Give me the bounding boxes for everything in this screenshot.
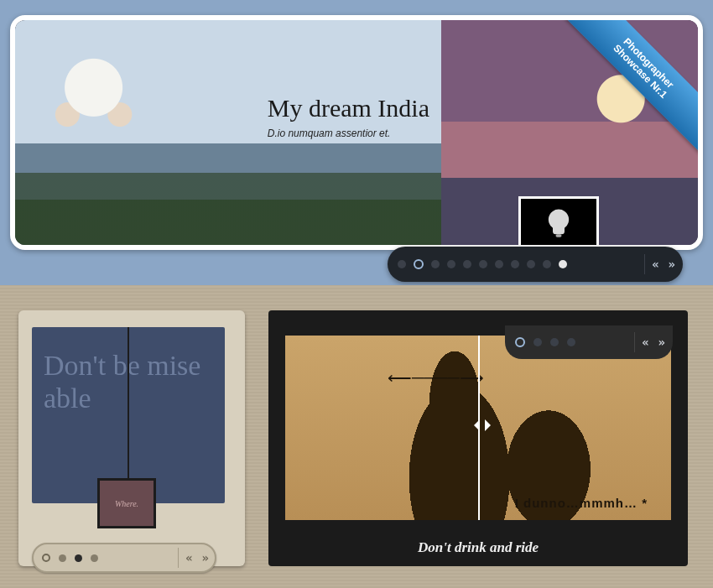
pager-dot[interactable] [447, 260, 455, 268]
split-prev-icon[interactable] [468, 419, 480, 431]
pager-dot[interactable] [463, 260, 471, 268]
left-prev-button[interactable]: « [185, 552, 190, 564]
left-nav: « » [32, 543, 216, 573]
hero-dots [398, 259, 638, 269]
bottom-panel: Don't be mise able Where. « » « » ⟵────⟶ [0, 285, 713, 588]
tag-thumbnail[interactable]: Where. [97, 478, 156, 528]
right-dots [515, 337, 627, 347]
tag-label: Where. [115, 499, 138, 508]
hero-title: My dream India [268, 94, 429, 122]
hero-caption: My dream India D.io numquam assentior et… [268, 94, 429, 139]
right-prev-button[interactable]: « [642, 336, 646, 348]
slide-thumbnail[interactable] [518, 196, 599, 250]
right-card: « » ⟵────⟶ I dunno…mmmh… * Don't drink a… [268, 310, 688, 566]
pager-dot[interactable] [75, 554, 82, 562]
lightbulb-icon [541, 206, 576, 242]
speech-text: I dunno…mmmh… * [515, 496, 648, 510]
arrow-decoration-icon: ⟵────⟶ [388, 369, 505, 386]
left-next-button[interactable]: » [202, 552, 206, 564]
pager-dot[interactable] [527, 260, 535, 268]
pager-dot[interactable] [495, 260, 503, 268]
cowboy-slide[interactable]: ⟵────⟶ I dunno…mmmh… * [285, 336, 671, 520]
pager-dot[interactable] [511, 260, 519, 268]
hero-prev-button[interactable]: « [652, 258, 656, 270]
pager-dot[interactable] [543, 260, 551, 268]
pager-dot[interactable] [533, 338, 542, 346]
left-dots [42, 554, 171, 562]
right-nav: « » [505, 325, 673, 359]
hero-subtitle: D.io numquam assentior et. [268, 127, 429, 139]
hero-next-button[interactable]: » [669, 258, 673, 270]
pager-dot[interactable] [431, 260, 440, 268]
left-card: Don't be mise able Where. [18, 310, 245, 566]
nav-separator [634, 332, 635, 352]
nav-separator [644, 254, 645, 274]
pager-dot[interactable] [414, 259, 424, 269]
pager-dot[interactable] [91, 554, 98, 562]
pager-dot[interactable] [479, 260, 487, 268]
hero-slider[interactable]: My dream India D.io numquam assentior et… [10, 15, 703, 250]
slide-caption: Don't drink and ride [268, 539, 688, 556]
nav-separator [178, 548, 179, 568]
pager-dot[interactable] [550, 338, 559, 346]
pager-dot[interactable] [515, 337, 525, 347]
svg-rect-0 [556, 234, 562, 237]
pager-dot[interactable] [559, 260, 567, 268]
pager-dot[interactable] [567, 338, 575, 346]
top-panel: My dream India D.io numquam assentior et… [0, 0, 713, 285]
pager-dot[interactable] [42, 554, 50, 562]
split-next-icon[interactable] [485, 419, 497, 431]
right-next-button[interactable]: » [658, 336, 663, 348]
pager-dot[interactable] [59, 554, 66, 562]
pager-dot[interactable] [398, 260, 406, 268]
hero-nav: « » [388, 247, 683, 282]
